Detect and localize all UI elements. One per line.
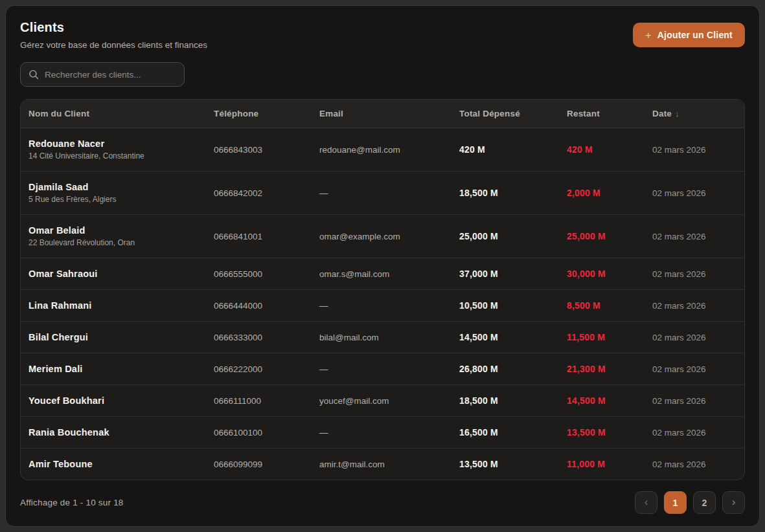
page-title: Clients <box>20 20 207 35</box>
client-email: bilal@mail.com <box>319 324 459 351</box>
client-total-spent: 18,500 M <box>459 386 567 415</box>
client-total-spent: 10,500 M <box>459 291 567 320</box>
table-row[interactable]: Bilal Chergui 0666333000 bilal@mail.com … <box>21 321 744 353</box>
client-phone: 0666555000 <box>214 260 319 288</box>
client-name: Meriem Dali <box>29 362 203 375</box>
client-name: Omar Sahraoui <box>29 267 203 280</box>
client-total-spent: 420 M <box>459 135 567 164</box>
client-address: 22 Boulevard Révolution, Oran <box>29 238 203 249</box>
column-header-name[interactable]: Nom du Client <box>29 100 214 127</box>
pagination-page-2-button[interactable]: 2 <box>693 491 716 514</box>
search-icon <box>29 69 39 80</box>
client-phone: 0666843003 <box>214 136 319 164</box>
client-date: 02 mars 2026 <box>652 292 744 320</box>
client-name: Amir Teboune <box>29 458 203 471</box>
client-email: — <box>319 419 459 447</box>
client-remaining: 13,500 M <box>567 418 652 447</box>
client-remaining: 11,500 M <box>567 323 652 351</box>
client-name: Djamila Saad <box>29 181 203 194</box>
client-address: 14 Cité Universitaire, Constantine <box>29 151 203 162</box>
search-input[interactable] <box>45 70 176 80</box>
client-email: — <box>319 179 459 207</box>
client-total-spent: 18,500 M <box>459 179 567 207</box>
column-header-date-label: Date <box>652 109 672 118</box>
client-phone: 0666333000 <box>214 324 319 351</box>
client-date: 02 mars 2026 <box>652 450 744 478</box>
client-name: Redouane Nacer <box>29 137 203 150</box>
client-name-cell: Omar Belaid 22 Boulevard Révolution, Ora… <box>29 215 214 258</box>
client-remaining: 14,500 M <box>567 386 652 415</box>
client-name-cell: Youcef Boukhari <box>29 385 214 416</box>
client-email: youcef@mail.com <box>319 387 459 415</box>
pagination-page-1-button[interactable]: 1 <box>664 491 687 514</box>
add-client-button-label: Ajouter un Client <box>657 30 733 40</box>
client-date: 02 mars 2026 <box>652 324 744 351</box>
client-name: Lina Rahmani <box>29 299 203 312</box>
client-phone: 0666111000 <box>214 387 319 415</box>
client-name-cell: Amir Teboune <box>29 449 214 480</box>
client-phone: 0666841001 <box>214 223 319 250</box>
clients-table: Nom du Client Téléphone Email Total Dépe… <box>20 99 745 480</box>
table-body: Redouane Nacer 14 Cité Universitaire, Co… <box>21 128 744 480</box>
client-name-cell: Lina Rahmani <box>29 290 214 321</box>
column-header-email[interactable]: Email <box>319 100 459 127</box>
client-date: 02 mars 2026 <box>652 136 744 164</box>
page-subtitle: Gérez votre base de données clients et f… <box>20 40 207 50</box>
pagination: ‹ 1 2 › <box>635 491 745 514</box>
page-header-text: Clients Gérez votre base de données clie… <box>20 20 207 50</box>
client-name-cell: Djamila Saad 5 Rue des Frères, Algiers <box>29 172 214 214</box>
search-box[interactable] <box>20 62 185 87</box>
table-row[interactable]: Lina Rahmani 0666444000 — 10,500 M 8,500… <box>21 289 744 321</box>
table-row[interactable]: Youcef Boukhari 0666111000 youcef@mail.c… <box>21 384 744 416</box>
client-remaining: 25,000 M <box>567 222 652 250</box>
client-name-cell: Omar Sahraoui <box>29 258 214 289</box>
pagination-next-button[interactable]: › <box>722 491 745 514</box>
client-name-cell: Meriem Dali <box>29 353 214 384</box>
client-total-spent: 37,000 M <box>459 260 567 288</box>
client-remaining: 11,000 M <box>567 450 652 478</box>
client-address: 5 Rue des Frères, Algiers <box>29 194 203 205</box>
client-email: omar.s@mail.com <box>319 260 459 288</box>
pagination-prev-button[interactable]: ‹ <box>635 491 657 514</box>
client-name: Bilal Chergui <box>29 331 203 344</box>
chevron-left-icon: ‹ <box>645 496 648 509</box>
client-name: Youcef Boukhari <box>29 394 203 407</box>
client-total-spent: 26,800 M <box>459 355 567 383</box>
client-date: 02 mars 2026 <box>652 419 744 447</box>
client-total-spent: 13,500 M <box>459 450 567 478</box>
table-row[interactable]: Redouane Nacer 14 Cité Universitaire, Co… <box>21 128 744 171</box>
pagination-summary: Affichage de 1 - 10 sur 18 <box>20 498 124 507</box>
table-row[interactable]: Meriem Dali 0666222000 — 26,800 M 21,300… <box>21 353 744 384</box>
add-client-button[interactable]: + Ajouter un Client <box>633 23 745 47</box>
table-row[interactable]: Omar Belaid 22 Boulevard Révolution, Ora… <box>21 214 744 258</box>
client-date: 02 mars 2026 <box>652 355 744 383</box>
clients-panel: Clients Gérez votre base de données clie… <box>5 5 760 527</box>
client-date: 02 mars 2026 <box>652 260 744 288</box>
column-header-restant[interactable]: Restant <box>567 100 652 127</box>
client-name: Omar Belaid <box>29 224 203 237</box>
table-footer: Affichage de 1 - 10 sur 18 ‹ 1 2 › <box>20 491 745 514</box>
plus-icon: + <box>645 30 652 41</box>
column-header-phone[interactable]: Téléphone <box>214 100 319 127</box>
table-row[interactable]: Amir Teboune 0666099099 amir.t@mail.com … <box>21 448 744 480</box>
sort-desc-icon: ↓ <box>675 109 679 118</box>
column-header-date[interactable]: Date↓ <box>652 100 744 127</box>
client-name-cell: Redouane Nacer 14 Cité Universitaire, Co… <box>29 128 214 171</box>
client-date: 02 mars 2026 <box>652 387 744 415</box>
client-date: 02 mars 2026 <box>652 223 744 250</box>
table-row[interactable]: Rania Bouchenak 0666100100 — 16,500 M 13… <box>21 416 744 448</box>
client-remaining: 420 M <box>567 135 652 164</box>
client-email: — <box>319 292 459 320</box>
chevron-right-icon: › <box>732 496 736 509</box>
client-phone: 0666842002 <box>214 179 319 207</box>
table-row[interactable]: Djamila Saad 5 Rue des Frères, Algiers 0… <box>21 171 744 214</box>
client-remaining: 21,300 M <box>567 355 652 383</box>
column-header-total[interactable]: Total Dépensé <box>459 100 567 127</box>
client-email: — <box>319 355 459 383</box>
client-name: Rania Bouchenak <box>29 426 203 439</box>
client-remaining: 2,000 M <box>567 179 652 207</box>
table-row[interactable]: Omar Sahraoui 0666555000 omar.s@mail.com… <box>21 258 744 289</box>
client-remaining: 8,500 M <box>567 291 652 320</box>
client-total-spent: 16,500 M <box>459 418 567 447</box>
client-total-spent: 25,000 M <box>459 222 567 250</box>
